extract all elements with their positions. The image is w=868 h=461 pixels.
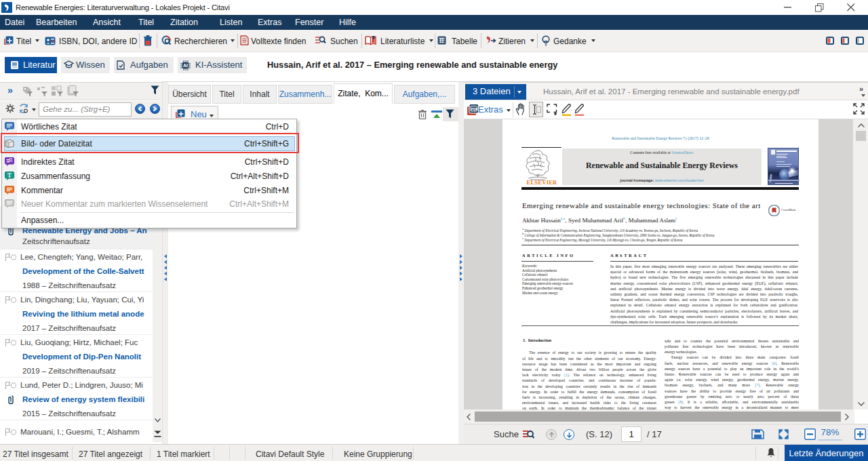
svg-text:PDF: PDF [471,107,478,111]
svg-text:AI: AI [183,63,188,68]
